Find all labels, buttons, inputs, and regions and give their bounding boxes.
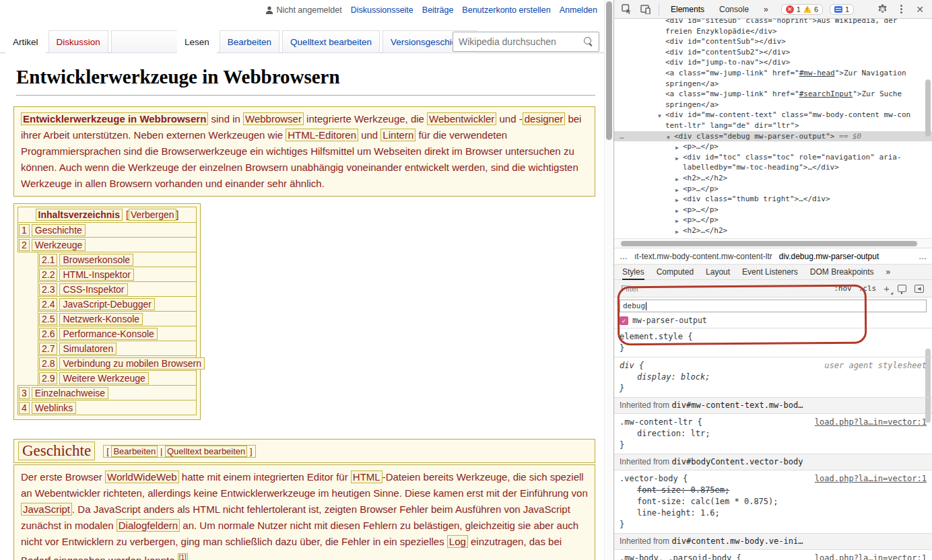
wiki-link[interactable]: Webbrowser	[243, 112, 304, 125]
filter-input[interactable]: Filter	[618, 284, 830, 293]
toc-item[interactable]: 2.8 Verbindung zu mobilen Browsern	[38, 355, 197, 371]
wiki-link[interactable]: JavaScript	[21, 503, 72, 516]
wiki-link[interactable]: Lintern	[380, 129, 415, 141]
toc-item[interactable]: 2.7 Simulatoren	[38, 341, 197, 356]
close-devtools-icon[interactable]: ✕	[912, 2, 928, 17]
tab-console[interactable]: Console	[713, 0, 755, 19]
inspect-element-icon[interactable]	[618, 2, 634, 17]
reference-link[interactable]: [1]	[178, 553, 188, 560]
toc-item[interactable]: 2.3 CSS-Inspektor	[38, 281, 197, 297]
tree-node[interactable]: ▶<div id="toc" class="toc" role="navigat…	[614, 152, 932, 163]
search-input[interactable]: Wikipedia durchsuchen	[453, 32, 599, 52]
search-icon[interactable]	[584, 37, 593, 46]
tree-node[interactable]: freien Enzyklopädie</div>	[614, 26, 932, 37]
tree-node[interactable]: <a class="mw-jump-link" href="#searchInp…	[614, 89, 932, 100]
css-rule[interactable]: load.php?la…in=vector:1.mw-content-ltr {…	[614, 414, 932, 454]
device-toolbar-icon[interactable]	[637, 2, 653, 17]
tree-node[interactable]: ▼<div id="mw-content-text" class="mw-bod…	[614, 110, 932, 120]
tree-node[interactable]: <div id="contentSub2"></div>	[614, 47, 932, 58]
tab-read[interactable]: Lesen	[177, 30, 217, 53]
tree-node[interactable]: springen</a>	[614, 100, 932, 110]
wiki-link[interactable]: HTML	[351, 470, 382, 483]
contributions-link[interactable]: Beiträge	[422, 5, 454, 15]
tree-node[interactable]: ▶<p>…</p>	[614, 205, 932, 215]
tree-node[interactable]: ▶<h2>…</h2>	[614, 173, 932, 184]
more-tabs-chevron[interactable]: »	[758, 0, 774, 19]
tab-discussion[interactable]: Diskussion	[48, 30, 108, 53]
tree-node[interactable]: ▶<div class="thumb tright">…</div>	[614, 194, 932, 205]
tab-article[interactable]: Artikel	[5, 30, 46, 53]
tree-node[interactable]: ▶<h2>…</h2>	[614, 225, 932, 236]
styles-pane-tab-dom-breakpoints[interactable]: DOM Breakpoints	[805, 264, 879, 280]
styles-pane-tab-event-listeners[interactable]: Event Listeners	[737, 264, 803, 280]
toc-item[interactable]: 2.6 Performance-Konsole	[38, 326, 197, 341]
breadcrumb-item[interactable]: div.debug.mw-parser-output	[779, 252, 879, 261]
talk-page-link[interactable]: Diskussionsseite	[351, 5, 413, 15]
css-rule[interactable]: user agent stylesheetdiv {display: block…	[614, 357, 932, 398]
toc-item[interactable]: 2.5 Netzwerk-Konsole	[38, 311, 197, 326]
tree-node[interactable]: labelledby="mw-toc-heading">…</div>	[614, 162, 932, 173]
tree-node[interactable]: tent-ltr" lang="de" dir="ltr">	[614, 120, 932, 131]
tree-node[interactable]: <div id="contentSub"></div>	[614, 36, 932, 47]
stylesheet-link[interactable]: load.php?la…in=vector:1	[815, 553, 927, 560]
toc-item[interactable]: 2.2 HTML-Inspektor	[38, 267, 197, 282]
css-rule[interactable]: element.style {}	[614, 328, 932, 357]
css-rule[interactable]: load.php?la…in=vector:1.mw-body, .parsoi…	[614, 550, 932, 560]
tree-node[interactable]: <a class="mw-jump-link" href="#mw-head">…	[614, 68, 932, 79]
tree-vertical-scrollbar[interactable]	[925, 79, 931, 137]
wiki-link[interactable]: designer	[523, 112, 566, 125]
tab-edit[interactable]: Bearbeiten	[220, 30, 279, 53]
toc-item[interactable]: 2 Werkzeuge	[18, 237, 197, 252]
toc-item[interactable]: 2.1 Browserkonsole	[38, 252, 197, 267]
edit-link[interactable]: Bearbeiten	[111, 446, 158, 457]
tree-horizontal-scrollbar[interactable]	[614, 238, 932, 248]
styles-pane-tab-»[interactable]: »	[881, 264, 896, 280]
kebab-menu-icon[interactable]	[893, 2, 909, 17]
scrollbar-thumb[interactable]	[606, 1, 612, 140]
tree-node[interactable]: ▶<p>…</p>	[614, 184, 932, 195]
toc-item[interactable]: 1 Geschichte	[18, 222, 197, 238]
wiki-link[interactable]: HTML-Editoren	[286, 129, 358, 141]
tree-node[interactable]: <div id="jump-to-nav"></div>	[614, 57, 932, 68]
stylesheet-link[interactable]: load.php?la…in=vector:1	[815, 473, 927, 485]
wiki-link[interactable]: Webentwickler	[427, 112, 496, 125]
stylesheet-link[interactable]: load.php?la…in=vector:1	[815, 417, 927, 428]
tab-elements[interactable]: Elements	[665, 0, 710, 19]
wiki-link[interactable]: WorldWideWeb	[105, 470, 179, 483]
breadcrumb-item[interactable]: ıt-text.mw-body-content.mw-content-ltr	[634, 252, 772, 261]
wiki-link[interactable]: Dialogfeldern	[116, 519, 180, 532]
tree-node[interactable]: ▶<p>…</p>	[614, 215, 932, 225]
cls-toggle[interactable]: .cls	[855, 284, 880, 293]
tree-node[interactable]: <div id="siteSub" class="noprint">Aus Wi…	[614, 19, 932, 26]
hov-toggle[interactable]: :hov	[830, 284, 855, 293]
breadcrumb-item[interactable]: …	[919, 252, 927, 261]
toc-item[interactable]: 2.4 JavaScript-Debugger	[38, 296, 197, 312]
new-style-rule-icon[interactable]: +	[879, 283, 894, 294]
create-account-link[interactable]: Benutzerkonto erstellen	[462, 5, 550, 15]
css-property[interactable]: line-height: 1.6;	[620, 508, 927, 519]
rendering-icon[interactable]	[898, 285, 906, 292]
tree-node[interactable]: springen</a>	[614, 79, 932, 90]
styles-pane-tab-layout[interactable]: Layout	[700, 264, 735, 280]
elements-tree[interactable]: <div id="siteSub" class="noprint">Aus Wi…	[614, 19, 932, 238]
error-warning-badge[interactable]: ✕ 1 6	[781, 4, 823, 15]
edit-source-link[interactable]: Quelltext bearbeiten	[165, 446, 247, 457]
breadcrumb-item[interactable]: …	[620, 252, 628, 261]
css-property[interactable]: display: block;	[620, 372, 927, 383]
styles-pane-tab-computed[interactable]: Computed	[651, 264, 699, 280]
browser-scrollbar[interactable]	[604, 0, 613, 560]
wiki-link[interactable]: Log	[447, 535, 468, 548]
class-checkbox[interactable]: ✓	[620, 316, 628, 325]
styles-pane-tab-styles[interactable]: Styles	[617, 264, 650, 280]
toc-item[interactable]: 2.9 Weitere Werkzeuge	[38, 370, 197, 386]
css-rule[interactable]: load.php?la…in=vector:1.vector-body {fon…	[614, 470, 932, 534]
toc-item[interactable]: 3 Einzelnachweise	[18, 385, 197, 400]
toc-item[interactable]: 4 Weblinks	[18, 400, 197, 415]
issues-badge[interactable]: 1	[830, 4, 854, 15]
toc-hide-link[interactable]: [Verbergen]	[126, 209, 178, 220]
sidebar-toggle-icon[interactable]: ◀	[914, 285, 924, 293]
css-property[interactable]: font-size: 0.875em;	[620, 485, 927, 496]
settings-gear-icon[interactable]	[874, 2, 890, 17]
css-property[interactable]: direction: ltr;	[620, 428, 927, 440]
login-link[interactable]: Anmelden	[560, 5, 597, 15]
